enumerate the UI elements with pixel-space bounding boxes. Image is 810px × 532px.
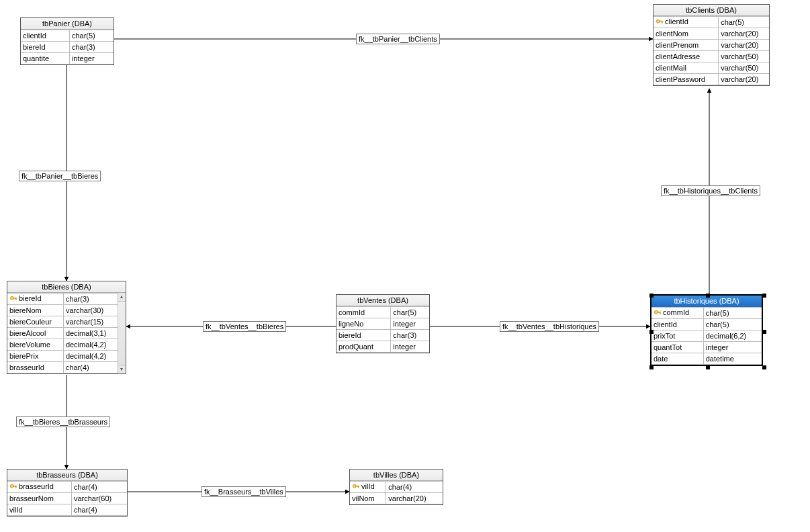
svg-rect-15 (660, 312, 661, 314)
selection-handle[interactable] (649, 294, 654, 298)
pk-key-icon (352, 484, 360, 492)
column-name: clientNom (656, 30, 688, 38)
svg-rect-11 (13, 298, 16, 299)
table-row[interactable]: biereNomvarchar(30) (7, 305, 118, 316)
column-name: clientPassword (656, 75, 705, 83)
entity-tbBieres[interactable]: tbBieres (DBA)biereIdchar(3)biereNomvarc… (7, 281, 126, 374)
table-row[interactable]: brasseurIdchar(4) (7, 362, 118, 373)
entity-tbPanier[interactable]: tbPanier (DBA)clientIdchar(5)biereIdchar… (20, 17, 114, 65)
pk-key-icon (654, 310, 662, 318)
entity-tbVilles[interactable]: tbVilles (DBA)vilIdchar(4)vilNomvarchar(… (349, 469, 443, 505)
fk-label-panier-clients: fk__tbPanier__tbClients (356, 34, 440, 44)
column-name: vilId (361, 482, 375, 490)
entity-title[interactable]: tbPanier (DBA) (21, 18, 114, 30)
column-name: ligneNo (339, 320, 363, 328)
table-row[interactable]: biereCouleurvarchar(15) (7, 316, 118, 328)
table-row[interactable]: biereIdchar(3) (21, 42, 114, 53)
table-row[interactable]: clientPasswordvarchar(20) (654, 74, 769, 85)
column-name: biereId (23, 43, 46, 51)
table-row[interactable]: quantTotinteger (651, 342, 762, 353)
table-row[interactable]: biereIdchar(3) (336, 330, 429, 341)
column-name: brasseurNom (9, 494, 54, 502)
selection-handle[interactable] (706, 294, 710, 298)
svg-rect-18 (15, 486, 17, 488)
table-row[interactable]: bierePrixdecimal(4,2) (7, 351, 118, 362)
table-row[interactable]: ligneNointeger (336, 318, 429, 330)
column-type: decimal(4,2) (66, 352, 107, 360)
column-type: char(5) (72, 32, 95, 40)
scroll-track[interactable] (118, 302, 126, 365)
column-name: commId (663, 308, 689, 316)
svg-rect-9 (662, 21, 663, 23)
scrollbar[interactable]: ▴▾ (118, 293, 126, 373)
selection-handle[interactable] (649, 330, 654, 334)
table-row[interactable]: clientNomvarchar(20) (654, 28, 769, 40)
entity-title[interactable]: tbBrasseurs (DBA) (7, 470, 127, 481)
pk-key-icon (656, 19, 664, 27)
entity-tbHistoriques[interactable]: tbHistoriques (DBA)commIdchar(5)clientId… (650, 294, 763, 366)
column-name: biereVolume (9, 341, 50, 349)
column-type: decimal(6,2) (706, 332, 747, 340)
entity-tbClients[interactable]: tbClients (DBA)clientIdchar(5)clientNomv… (653, 4, 770, 86)
table-row[interactable]: clientIdchar(5) (654, 17, 769, 28)
column-type: char(3) (393, 331, 416, 339)
column-type: varchar(20) (388, 494, 426, 502)
table-row[interactable]: commIdchar(5) (651, 308, 762, 319)
column-type: char(4) (74, 506, 97, 514)
column-type: datetime (706, 355, 734, 363)
column-name: vilId (9, 506, 23, 514)
selection-handle[interactable] (762, 294, 766, 298)
column-name: clientId (665, 17, 688, 26)
table-row[interactable]: clientIdchar(5) (651, 319, 762, 330)
table-row[interactable]: brasseurIdchar(4) (7, 482, 127, 493)
table-row[interactable]: biereAlcooldecimal(3,1) (7, 328, 118, 339)
entity-tbBrasseurs[interactable]: tbBrasseurs (DBA)brasseurIdchar(4)brasse… (7, 469, 128, 517)
table-row[interactable]: vilIdchar(4) (350, 482, 443, 493)
column-type: varchar(30) (66, 306, 103, 314)
selection-handle[interactable] (762, 330, 766, 334)
column-type: integer (72, 54, 95, 62)
column-type: varchar(50) (721, 64, 758, 72)
entity-tbVentes[interactable]: tbVentes (DBA)commIdchar(5)ligneNointege… (336, 294, 430, 353)
selection-handle[interactable] (762, 365, 766, 369)
column-name: prixTot (654, 332, 675, 340)
table-row[interactable]: prixTotdecimal(6,2) (651, 330, 762, 342)
fk-label-brasseurs-villes: fk__Brasseurs__tbVilles (201, 486, 286, 497)
column-type: char(5) (721, 18, 744, 26)
entity-title[interactable]: tbVentes (DBA) (336, 295, 429, 306)
table-row[interactable]: commIdchar(5) (336, 307, 429, 318)
selection-handle[interactable] (706, 365, 710, 369)
table-row[interactable]: quantiteinteger (21, 53, 114, 64)
columns-table: clientIdchar(5)biereIdchar(3)quantiteint… (21, 30, 114, 64)
column-type: varchar(50) (721, 52, 758, 60)
column-type: decimal(4,2) (66, 341, 107, 349)
entity-title[interactable]: tbClients (DBA) (654, 5, 769, 16)
table-row[interactable]: clientIdchar(5) (21, 30, 114, 42)
column-type: varchar(20) (721, 41, 758, 49)
column-name: prodQuant (339, 343, 373, 351)
table-row[interactable]: clientPrenomvarchar(20) (654, 40, 769, 51)
column-type: char(4) (388, 483, 412, 491)
table-row[interactable]: clientAdressevarchar(50) (654, 51, 769, 62)
scroll-up-icon[interactable]: ▴ (118, 293, 126, 302)
column-name: quantite (23, 54, 49, 62)
scroll-down-icon[interactable]: ▾ (118, 365, 126, 373)
selection-handle[interactable] (649, 365, 654, 369)
column-name: clientId (23, 32, 46, 40)
column-name: date (654, 355, 668, 363)
table-row[interactable]: biereIdchar(3) (7, 294, 118, 305)
columns-table: biereIdchar(3)biereNomvarchar(30)biereCo… (7, 293, 118, 373)
table-row[interactable]: clientMailvarchar(50) (654, 62, 769, 74)
table-row[interactable]: prodQuantinteger (336, 341, 429, 353)
table-row[interactable]: vilIdchar(4) (7, 504, 127, 516)
column-name: brasseurId (9, 363, 44, 371)
table-row[interactable]: biereVolumedecimal(4,2) (7, 339, 118, 351)
column-name: clientMail (656, 64, 686, 72)
entity-title[interactable]: tbBieres (DBA) (7, 281, 126, 293)
columns-table: brasseurIdchar(4)brasseurNomvarchar(60)v… (7, 481, 127, 516)
table-row[interactable]: datedatetime (651, 353, 762, 365)
table-row[interactable]: vilNomvarchar(20) (350, 493, 443, 504)
entity-title[interactable]: tbVilles (DBA) (350, 470, 443, 481)
table-row[interactable]: brasseurNomvarchar(60) (7, 493, 127, 504)
column-type: char(5) (393, 308, 416, 316)
